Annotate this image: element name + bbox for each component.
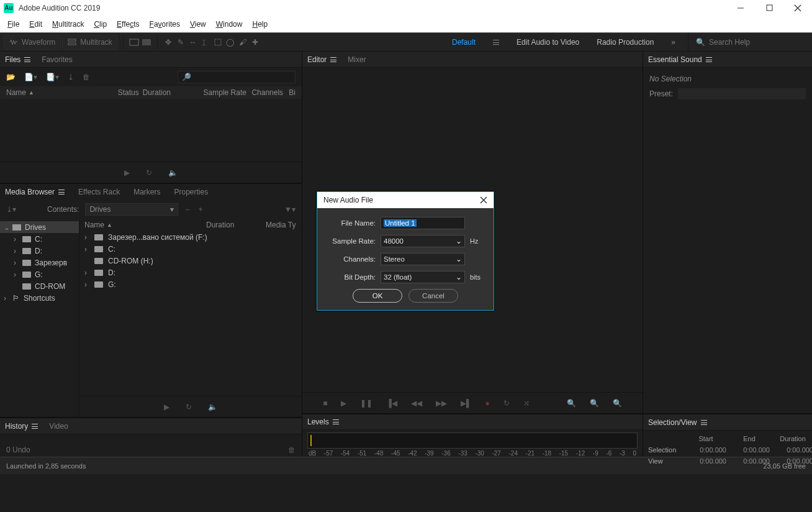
tab-favorites[interactable]: Favorites [42, 55, 72, 64]
sample-rate-dropdown[interactable]: 48000⌄ [381, 235, 465, 247]
rewind-button[interactable]: ◀◀ [411, 399, 422, 408]
tab-media-browser[interactable]: Media Browser [5, 188, 65, 196]
tree-drive-cdrom[interactable]: CD-ROM [0, 280, 79, 292]
menu-edit[interactable]: Edit [25, 19, 46, 30]
chevron-right-icon[interactable]: › [84, 245, 89, 254]
slip-tool-icon[interactable]: ↔ [187, 37, 199, 48]
sel-start[interactable]: 0:00.000 [684, 444, 728, 455]
tree-drives[interactable]: ⌄Drives [0, 221, 79, 233]
col-bit-depth[interactable]: Bi [289, 88, 295, 97]
menu-favorites[interactable]: Favorites [146, 19, 184, 30]
panel-menu-icon[interactable] [706, 57, 712, 62]
delete-icon[interactable]: 🗑 [83, 73, 90, 81]
spectral-toggle-icon[interactable] [141, 37, 152, 48]
play-button[interactable]: ▶ [341, 399, 346, 408]
tab-mixer[interactable]: Mixer [348, 55, 366, 64]
bit-depth-dropdown[interactable]: 32 (float)⌄ [381, 271, 465, 283]
tab-history[interactable]: History [5, 422, 38, 431]
tab-video[interactable]: Video [49, 422, 68, 431]
zoom-in-icon[interactable]: 🔍 [567, 399, 576, 408]
chevron-right-icon[interactable]: › [84, 280, 89, 289]
chevron-right-icon[interactable]: › [14, 270, 19, 279]
minimize-button[interactable] [726, 0, 755, 16]
tab-essential-sound[interactable]: Essential Sound [648, 55, 712, 64]
tab-markers[interactable]: Markers [133, 188, 160, 196]
chevron-down-icon[interactable]: ⌄ [4, 223, 9, 232]
panel-menu-icon[interactable] [24, 57, 30, 62]
lasso-tool-icon[interactable]: ◯ [225, 37, 236, 48]
multitrack-mode-button[interactable]: Multitrack [62, 35, 117, 50]
new-multitrack-icon[interactable]: 📑▾ [46, 73, 59, 81]
workspace-default[interactable]: Default [452, 38, 476, 47]
waveform-mode-button[interactable]: Waveform [4, 35, 61, 50]
level-meter[interactable] [307, 432, 638, 449]
tree-drive-reserved[interactable]: ›Зарезерв [0, 257, 79, 268]
import-mb-icon[interactable]: ⤓▾ [6, 205, 16, 214]
workspace-overflow-icon[interactable]: » [671, 38, 675, 47]
help-search[interactable]: 🔍 [688, 33, 812, 51]
chevron-right-icon[interactable]: › [14, 258, 19, 267]
pause-button[interactable]: ❚❚ [360, 399, 372, 408]
record-button[interactable]: ● [485, 399, 490, 408]
tab-properties[interactable]: Properties [174, 188, 209, 196]
chevron-right-icon[interactable]: › [4, 294, 9, 303]
col-sample-rate[interactable]: Sample Rate [204, 88, 252, 97]
chevron-right-icon[interactable]: › [14, 247, 19, 255]
tab-selection-view[interactable]: Selection/View [648, 418, 707, 427]
panel-menu-icon[interactable] [330, 57, 336, 62]
contents-dropdown[interactable]: Drives▾ [85, 203, 178, 216]
nav-fwd-icon[interactable]: + [198, 205, 202, 214]
list-item[interactable]: ›C: [79, 243, 302, 255]
sel-end[interactable]: 0:00.000 [728, 444, 771, 455]
col-channels[interactable]: Channels [251, 88, 289, 97]
menu-help[interactable]: Help [248, 19, 271, 30]
workspace-radio-production[interactable]: Radio Production [597, 38, 654, 47]
list-item[interactable]: ›G: [79, 278, 302, 290]
new-file-icon[interactable]: 📄▾ [24, 73, 37, 81]
tab-files[interactable]: Files [5, 55, 30, 64]
tree-drive-d[interactable]: ›D: [0, 245, 79, 257]
marquee-tool-icon[interactable] [212, 37, 223, 48]
files-filter[interactable]: 🔎 [178, 71, 295, 83]
tab-effects-rack[interactable]: Effects Rack [78, 188, 120, 196]
time-sel-tool-icon[interactable]: 𝙸 [200, 37, 211, 48]
nav-back-icon[interactable]: ← [184, 205, 192, 214]
menu-view[interactable]: View [186, 19, 210, 30]
col-duration[interactable]: Duration [143, 88, 204, 97]
list-item[interactable]: ›Зарезер...вано системой (F:) [79, 231, 302, 243]
chevron-right-icon[interactable]: › [84, 268, 89, 277]
open-file-icon[interactable]: 📂 [6, 73, 16, 81]
razor-tool-icon[interactable]: ✎ [175, 37, 186, 48]
list-item[interactable]: CD-ROM (H:) [79, 255, 302, 267]
menu-file[interactable]: File [4, 19, 23, 30]
view-start[interactable]: 0:00.000 [684, 455, 728, 467]
menu-multitrack[interactable]: Multitrack [48, 19, 88, 30]
stop-button[interactable]: ■ [323, 399, 327, 408]
tab-editor[interactable]: Editor [307, 55, 336, 64]
play-icon[interactable]: ▶ [164, 403, 169, 411]
help-search-input[interactable] [709, 38, 796, 47]
panel-menu-icon[interactable] [58, 190, 65, 194]
dialog-close-button[interactable] [480, 196, 487, 204]
list-col-duration[interactable]: Duration [206, 221, 266, 229]
workspace-default-menu-icon[interactable] [493, 40, 499, 45]
panel-menu-icon[interactable] [701, 420, 707, 425]
autoplay-icon[interactable]: 🔈 [208, 403, 217, 411]
col-name[interactable]: Name▲ [6, 88, 118, 97]
tree-drive-g[interactable]: ›G: [0, 268, 79, 280]
filter-icon[interactable]: ▼▾ [284, 205, 295, 214]
brush-tool-icon[interactable]: 🖌 [237, 37, 248, 48]
trash-icon[interactable]: 🗑 [288, 446, 295, 454]
maximize-button[interactable] [755, 0, 783, 16]
autoplay-icon[interactable]: 🔈 [168, 168, 178, 177]
cancel-button[interactable]: Cancel [408, 289, 458, 303]
tree-shortcuts[interactable]: ›🏳Shortcuts [0, 292, 79, 304]
skip-silence-button[interactable]: ⤭ [523, 399, 530, 408]
panel-menu-icon[interactable] [333, 419, 339, 424]
loop-button[interactable]: ↻ [503, 399, 510, 408]
go-end-button[interactable]: ▶▌ [461, 399, 472, 408]
loop-icon[interactable]: ↻ [146, 168, 152, 177]
move-tool-icon[interactable]: ✥ [163, 37, 174, 48]
ffwd-button[interactable]: ▶▶ [436, 399, 447, 408]
panel-menu-icon[interactable] [32, 424, 38, 429]
